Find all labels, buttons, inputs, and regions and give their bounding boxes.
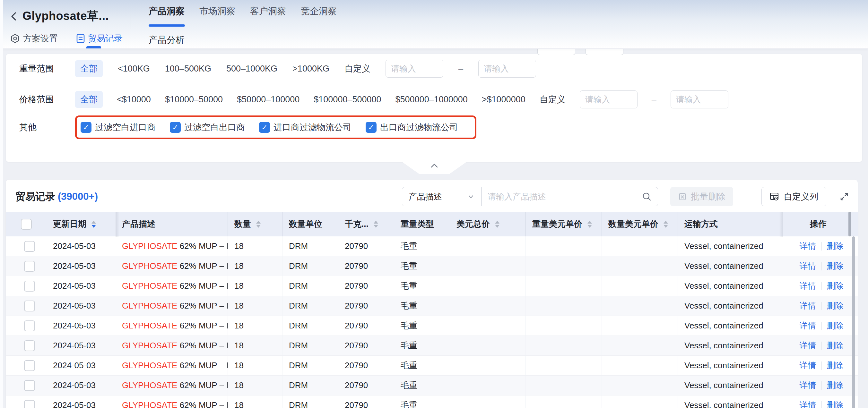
cell-date: 2024-05-03 (46, 376, 116, 395)
table-row: 2024-05-03GLYPHOSATE 62% MUP – I...18DRM… (6, 336, 858, 356)
delete-link[interactable]: 删除 (827, 360, 844, 371)
column-header-qty[interactable]: 数量 (228, 212, 282, 236)
detail-link[interactable]: 详情 (800, 360, 816, 371)
detail-link[interactable]: 详情 (800, 340, 816, 351)
delete-link[interactable]: 删除 (827, 400, 844, 408)
custom-columns-button[interactable]: 自定义列 (762, 187, 826, 206)
row-checkbox[interactable] (24, 281, 35, 292)
cell-actions: 详情删除 (783, 316, 853, 336)
price-custom-max-input[interactable] (671, 91, 728, 108)
row-checkbox[interactable] (24, 241, 35, 252)
detail-link[interactable]: 详情 (800, 261, 816, 272)
weight-custom-max-input[interactable] (478, 60, 536, 78)
row-checkbox[interactable] (24, 360, 35, 371)
delete-link[interactable]: 删除 (827, 280, 844, 292)
weight-option-lt100[interactable]: <100KG (118, 64, 150, 74)
subnav-item-trade-records[interactable]: 贸易记录 (76, 33, 123, 44)
weight-option-gt1000[interactable]: >1000KG (292, 64, 329, 74)
price-option-all[interactable]: 全部 (75, 91, 103, 108)
detail-link[interactable]: 详情 (800, 241, 816, 252)
row-checkbox[interactable] (24, 261, 35, 272)
price-option-5[interactable]: $500000–1000000 (396, 95, 468, 105)
row-checkbox[interactable] (24, 301, 35, 311)
checkbox-exporter-filter-logistics[interactable]: 出口商过滤物流公司 (366, 122, 458, 133)
batch-delete-button[interactable]: 批量删除 (670, 187, 733, 206)
detail-link[interactable]: 详情 (800, 300, 816, 311)
cell-date: 2024-05-03 (46, 276, 116, 296)
product-description-text: 62% MUP – I... (177, 261, 228, 271)
checkbox-filter-blank-importer[interactable]: 过滤空白进口商 (81, 122, 156, 133)
row-checkbox[interactable] (24, 340, 35, 351)
price-custom-min-input[interactable] (580, 91, 638, 108)
price-option-3[interactable]: $50000–100000 (237, 95, 300, 105)
cell-actions: 详情删除 (783, 276, 853, 296)
select-all-checkbox[interactable] (21, 219, 32, 230)
cell-text: Vessel, containerized (684, 241, 763, 251)
product-description-text: 62% MUP – I... (177, 380, 228, 390)
cell-qty: 18 (228, 376, 282, 395)
row-checkbox[interactable] (24, 400, 35, 408)
sort-icon[interactable] (663, 221, 668, 228)
column-header-date[interactable]: 更新日期 (46, 212, 116, 236)
column-header-usd_weight_unit[interactable]: 重量美元单价 (526, 212, 602, 236)
detail-link[interactable]: 详情 (800, 320, 816, 331)
cell-text: 18 (234, 261, 244, 271)
cell-usd_total (450, 356, 526, 375)
tab-competitor-insight[interactable]: 竞企洞察 (301, 5, 337, 17)
cell-date: 2024-05-03 (46, 396, 116, 408)
back-button[interactable] (9, 10, 19, 22)
price-option-4[interactable]: $100000–500000 (314, 95, 381, 105)
weight-option-100-500[interactable]: 100–500KG (165, 64, 211, 74)
weight-custom-min-input[interactable] (385, 60, 443, 78)
row-checkbox[interactable] (24, 320, 35, 331)
delete-link[interactable]: 删除 (827, 380, 844, 391)
search-field-select[interactable]: 产品描述 (402, 187, 482, 206)
checkbox-checked-icon[interactable] (366, 122, 376, 133)
cell-text: 18 (234, 380, 244, 390)
column-header-kg[interactable]: 千克... (338, 212, 394, 236)
checkbox-importer-filter-logistics[interactable]: 进口商过滤物流公司 (259, 122, 351, 133)
subnav-item-plan-settings[interactable]: 方案设置 (10, 33, 58, 44)
weight-option-all[interactable]: 全部 (75, 60, 103, 77)
search-icon[interactable] (642, 192, 652, 202)
column-header-usd_total[interactable]: 美元总价 (450, 212, 526, 236)
cell-qty: 18 (228, 276, 282, 296)
cell-usd_qty_unit (602, 296, 678, 316)
fullscreen-expand-button[interactable] (838, 190, 851, 203)
cell-text: 2024-05-03 (53, 281, 96, 291)
sort-icon[interactable] (374, 221, 378, 228)
sort-icon[interactable] (256, 221, 261, 228)
tab-market-insight[interactable]: 市场洞察 (199, 5, 235, 17)
row-checkbox[interactable] (24, 380, 35, 391)
detail-link[interactable]: 详情 (800, 380, 816, 391)
cell-weight_type: 毛重 (394, 336, 450, 355)
vertical-scrollbar[interactable] (852, 236, 855, 408)
collapse-filter-handle[interactable] (402, 162, 466, 174)
price-option-2[interactable]: $10000–50000 (165, 95, 223, 105)
column-header-usd_qty_unit[interactable]: 数量美元单价 (602, 212, 678, 236)
sort-icon[interactable] (587, 221, 592, 228)
tab-product-insight[interactable]: 产品洞察 (149, 5, 185, 17)
checkbox-filter-blank-exporter[interactable]: 过滤空白出口商 (170, 122, 245, 133)
checkbox-checked-icon[interactable] (81, 122, 92, 133)
tab-customer-insight[interactable]: 客户洞察 (250, 5, 286, 17)
tab-product-analysis[interactable]: 产品分析 (149, 34, 185, 46)
checkbox-checked-icon[interactable] (170, 122, 181, 133)
delete-link[interactable]: 删除 (827, 241, 844, 252)
price-option-1[interactable]: <$10000 (117, 95, 151, 105)
delete-link[interactable]: 删除 (827, 300, 844, 311)
cell-text: DRM (289, 281, 308, 291)
delete-link[interactable]: 删除 (827, 340, 844, 351)
column-header-actions: 操作 (783, 212, 853, 236)
delete-link[interactable]: 删除 (827, 320, 844, 331)
detail-link[interactable]: 详情 (800, 280, 816, 292)
sort-icon[interactable] (495, 221, 499, 228)
weight-option-500-1000[interactable]: 500–1000KG (226, 64, 277, 74)
sort-icon[interactable] (92, 221, 96, 228)
checkbox-checked-icon[interactable] (259, 122, 270, 133)
price-option-6[interactable]: >$1000000 (482, 95, 526, 105)
detail-link[interactable]: 详情 (800, 400, 816, 408)
delete-link[interactable]: 删除 (827, 261, 844, 272)
cell-usd_weight_unit (526, 236, 602, 256)
search-input[interactable] (488, 192, 642, 202)
